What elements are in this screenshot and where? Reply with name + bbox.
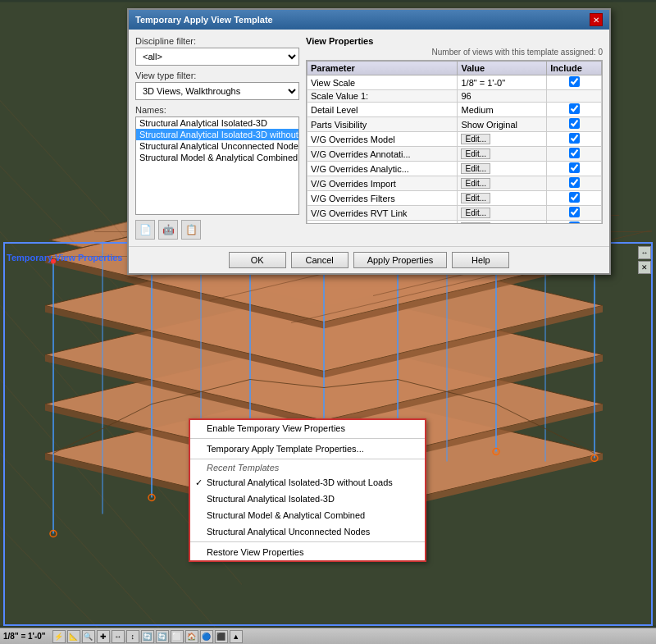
context-menu-item[interactable]: Temporary Apply Template Properties... [190,441,425,457]
table-row: V/G Overrides FiltersEdit... [308,191,602,206]
context-menu-item[interactable]: Enable Temporary View Properties [190,420,425,436]
table-row: View Scale1/8" = 1'-0" [308,75,602,90]
view-control-2[interactable]: ✕ [638,261,651,274]
edit-button[interactable]: Edit... [461,148,490,159]
include-checkbox[interactable] [569,76,580,87]
context-menu-item[interactable]: Structural Model & Analytical Combined [190,507,425,523]
taskbar-icon-7[interactable]: 🔄 [141,630,154,643]
context-menu-separator [190,459,425,459]
edit-button[interactable]: Edit... [461,178,490,189]
view-type-filter-label: View type filter: [135,71,299,80]
taskbar-icon-12[interactable]: ⬛ [215,630,228,643]
names-list[interactable]: Structural Analytical Isolated-3DStructu… [135,116,299,215]
names-list-item[interactable]: Structural Model & Analytical Combined [136,152,298,163]
include-checkbox[interactable] [569,103,580,114]
dialog-titlebar: Temporary Apply View Template ✕ [129,10,609,30]
help-button[interactable]: Help [452,252,509,268]
table-row: V/G Overrides RVT LinkEdit... [308,206,602,221]
ai-button[interactable]: 🤖 [158,220,178,240]
context-menu-separator [190,438,425,439]
include-checkbox[interactable] [569,118,580,129]
new-template-button[interactable]: 📄 [135,220,155,240]
table-row: Parts VisibilityShow Original [308,117,602,132]
edit-button[interactable]: Edit... [461,134,490,144]
taskbar-icon-5[interactable]: ↔ [112,630,125,643]
include-checkbox[interactable] [569,162,580,173]
param-header: Parameter [308,62,458,75]
view-properties-header: View Properties [306,36,603,46]
context-menu-section-header: Recent Templates [190,461,425,474]
taskbar-icon-11[interactable]: 🔵 [200,630,213,643]
include-checkbox[interactable] [569,133,580,144]
context-menu-item[interactable]: Restore View Properties [190,544,425,560]
properties-table-wrapper[interactable]: Parameter Value Include View Scale1/8" =… [306,60,603,224]
taskbar-icon-2[interactable]: 📐 [67,630,80,643]
taskbar-icon-1[interactable]: ⚡ [52,630,66,643]
include-checkbox[interactable] [569,207,580,217]
apply-view-template-dialog: Temporary Apply View Template ✕ Discipli… [127,8,611,275]
include-checkbox[interactable] [569,192,580,203]
left-panel: Discipline filter: <all> View type filte… [135,36,299,240]
dialog-close-button[interactable]: ✕ [590,13,603,26]
taskbar-icon-10[interactable]: 🏠 [185,630,198,643]
edit-button[interactable]: Edit... [461,193,490,203]
table-row: V/G Overrides Analytic...Edit... [308,162,602,176]
discipline-filter-label: Discipline filter: [135,36,299,46]
edit-button[interactable]: Edit... [461,208,490,218]
names-list-item[interactable]: Structural Analytical Isolated-3D [136,117,298,129]
discipline-filter-dropdown[interactable]: <all> [135,48,299,66]
delete-template-button[interactable]: 📋 [181,220,201,240]
cancel-button[interactable]: Cancel [291,252,348,268]
temp-view-label: Temporary View Properties [7,253,122,263]
names-label: Names: [135,105,299,115]
context-menu-item[interactable]: Structural Analytical Unconnected Nodes [190,523,425,540]
view-control-1[interactable]: ↔ [638,246,651,259]
properties-table: Parameter Value Include View Scale1/8" =… [307,61,602,224]
edit-button[interactable]: Edit... [461,222,490,224]
context-menu: Enable Temporary View PropertiesTemporar… [189,418,426,562]
include-checkbox[interactable] [569,148,580,158]
taskbar-icon-9[interactable]: ⬜ [171,630,184,643]
ok-button[interactable]: OK [229,252,286,268]
views-count: Number of views with this template assig… [306,48,603,57]
table-row: V/G Overrides Annotati...Edit... [308,147,602,162]
value-header: Value [458,62,547,75]
include-header: Include [547,62,602,75]
view-controls: ↔ ✕ [638,246,651,274]
table-row: V/G Overrides ImportEdit... [308,176,602,191]
table-row: Scale Value 1:96 [308,90,602,103]
edit-button[interactable]: Edit... [461,163,490,174]
context-menu-item[interactable]: Structural Analytical Isolated-3D [190,491,425,507]
taskbar-icon-4[interactable]: ✚ [97,630,110,643]
taskbar-scale: 1/8" = 1'-0" [3,632,46,641]
include-checkbox[interactable] [569,222,580,224]
dialog-buttons: OK Cancel Apply Properties Help [129,246,609,273]
taskbar: 1/8" = 1'-0" ⚡ 📐 🔍 ✚ ↔ ↕ 🔄 🔄 ⬜ 🏠 🔵 ⬛ ▲ [0,628,656,644]
dialog-body: Discipline filter: <all> View type filte… [129,30,609,246]
table-row: Detail LevelMedium [308,103,602,117]
taskbar-icon-3[interactable]: 🔍 [82,630,95,643]
context-menu-separator [190,541,425,542]
names-list-item[interactable]: Structural Analytical Isolated-3D withou… [136,129,298,140]
dialog-title: Temporary Apply View Template [135,15,273,25]
table-row: Model DisplayEdit... [308,221,602,225]
right-panel: View Properties Number of views with thi… [306,36,603,240]
include-checkbox[interactable] [569,177,580,188]
names-list-item[interactable]: Structural Analytical Unconnected Nodes [136,140,298,152]
view-type-filter-dropdown[interactable]: 3D Views, Walkthroughs [135,82,299,100]
table-row: V/G Overrides ModelEdit... [308,132,602,147]
taskbar-icon-13[interactable]: ▲ [230,630,243,643]
taskbar-icon-8[interactable]: 🔄 [156,630,169,643]
taskbar-icons: ⚡ 📐 🔍 ✚ ↔ ↕ 🔄 🔄 ⬜ 🏠 🔵 ⬛ ▲ [52,630,243,643]
bottom-icons: 📄 🤖 📋 [135,220,299,240]
apply-properties-button[interactable]: Apply Properties [353,252,448,268]
taskbar-icon-6[interactable]: ↕ [126,630,139,643]
context-menu-item[interactable]: ✓Structural Analytical Isolated-3D witho… [190,474,425,491]
